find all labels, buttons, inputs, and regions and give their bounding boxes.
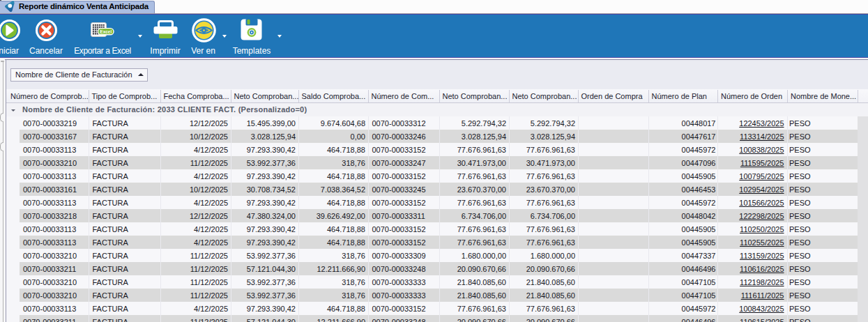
svg-text:Excel: Excel (100, 29, 112, 34)
